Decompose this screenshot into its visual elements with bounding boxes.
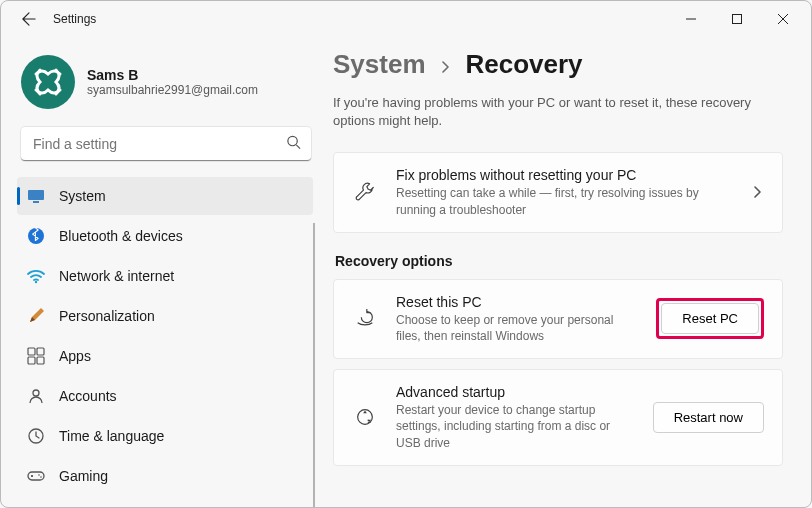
svg-rect-12 xyxy=(28,472,44,480)
sidebar-item-label: System xyxy=(59,188,106,204)
time-icon xyxy=(27,427,45,445)
svg-point-5 xyxy=(35,281,37,283)
card-title: Advanced startup xyxy=(396,384,635,400)
reset-pc-card: Reset this PC Choose to keep or remove y… xyxy=(333,279,783,359)
maximize-button[interactable] xyxy=(715,4,759,34)
reset-pc-button[interactable]: Reset PC xyxy=(661,303,759,334)
sidebar-item-label: Network & internet xyxy=(59,268,174,284)
svg-rect-6 xyxy=(28,348,35,355)
card-desc: Choose to keep or remove your personal f… xyxy=(396,312,638,344)
fix-problems-card[interactable]: Fix problems without resetting your PC R… xyxy=(333,152,783,232)
content: System Recovery If you're having problem… xyxy=(321,37,811,507)
sidebar: Sams B syamsulbahrie2991@gmail.com Syste… xyxy=(1,37,321,507)
sidebar-item-apps[interactable]: Apps xyxy=(17,337,313,375)
svg-rect-2 xyxy=(28,190,44,200)
apps-icon xyxy=(27,347,45,365)
search-container xyxy=(21,127,311,161)
sidebar-item-label: Bluetooth & devices xyxy=(59,228,183,244)
window-controls xyxy=(669,4,805,34)
svg-point-1 xyxy=(288,136,297,145)
sidebar-item-bluetooth-devices[interactable]: Bluetooth & devices xyxy=(17,217,313,255)
restart-icon xyxy=(352,404,378,430)
reset-pc-highlight: Reset PC xyxy=(656,298,764,339)
system-icon xyxy=(27,187,45,205)
intro-text: If you're having problems with your PC o… xyxy=(333,94,783,130)
sidebar-item-time-language[interactable]: Time & language xyxy=(17,417,313,455)
titlebar: Settings xyxy=(1,1,811,37)
sidebar-item-label: Apps xyxy=(59,348,91,364)
sidebar-item-label: Personalization xyxy=(59,308,155,324)
recovery-options-heading: Recovery options xyxy=(335,253,783,269)
svg-rect-7 xyxy=(37,348,44,355)
svg-point-13 xyxy=(38,474,40,476)
minimize-button[interactable] xyxy=(669,4,713,34)
breadcrumb: System Recovery xyxy=(333,49,783,80)
sidebar-item-network-internet[interactable]: Network & internet xyxy=(17,257,313,295)
card-desc: Resetting can take a while — first, try … xyxy=(396,185,734,217)
profile-email: syamsulbahrie2991@gmail.com xyxy=(87,83,258,97)
close-button[interactable] xyxy=(761,4,805,34)
card-title: Fix problems without resetting your PC xyxy=(396,167,734,183)
advanced-startup-card: Advanced startup Restart your device to … xyxy=(333,369,783,466)
wifi-icon xyxy=(27,267,45,285)
svg-rect-8 xyxy=(28,357,35,364)
bluetooth-icon xyxy=(27,227,45,245)
maximize-icon xyxy=(732,14,742,24)
search-icon xyxy=(286,135,301,154)
card-desc: Restart your device to change startup se… xyxy=(396,402,635,451)
close-icon xyxy=(778,14,788,24)
brush-icon xyxy=(27,307,45,325)
profile-name: Sams B xyxy=(87,67,258,83)
breadcrumb-current: Recovery xyxy=(466,49,583,80)
reset-icon xyxy=(352,306,378,332)
sidebar-item-label: Gaming xyxy=(59,468,108,484)
sidebar-item-gaming[interactable]: Gaming xyxy=(17,457,313,495)
wrench-icon xyxy=(352,180,378,206)
profile-block[interactable]: Sams B syamsulbahrie2991@gmail.com xyxy=(17,47,315,127)
sidebar-item-system[interactable]: System xyxy=(17,177,313,215)
svg-point-14 xyxy=(40,476,42,478)
restart-now-button[interactable]: Restart now xyxy=(653,402,764,433)
svg-rect-9 xyxy=(37,357,44,364)
window-title: Settings xyxy=(53,12,96,26)
search-input[interactable] xyxy=(21,127,311,161)
nav: SystemBluetooth & devicesNetwork & inter… xyxy=(17,177,315,507)
accounts-icon xyxy=(27,387,45,405)
chevron-right-icon xyxy=(440,57,452,78)
sidebar-item-label: Accounts xyxy=(59,388,117,404)
svg-rect-0 xyxy=(733,15,742,24)
sidebar-item-label: Time & language xyxy=(59,428,164,444)
back-arrow-icon xyxy=(22,12,36,26)
avatar-icon xyxy=(30,64,66,100)
sidebar-scrollbar[interactable] xyxy=(313,223,315,507)
card-title: Reset this PC xyxy=(396,294,638,310)
svg-point-10 xyxy=(33,390,39,396)
sidebar-item-personalization[interactable]: Personalization xyxy=(17,297,313,335)
gaming-icon xyxy=(27,467,45,485)
svg-rect-3 xyxy=(33,201,39,203)
minimize-icon xyxy=(686,14,696,24)
svg-point-4 xyxy=(28,228,44,244)
sidebar-item-accounts[interactable]: Accounts xyxy=(17,377,313,415)
back-button[interactable] xyxy=(15,5,43,33)
breadcrumb-parent[interactable]: System xyxy=(333,49,426,80)
chevron-right-icon xyxy=(752,184,764,202)
avatar xyxy=(21,55,75,109)
